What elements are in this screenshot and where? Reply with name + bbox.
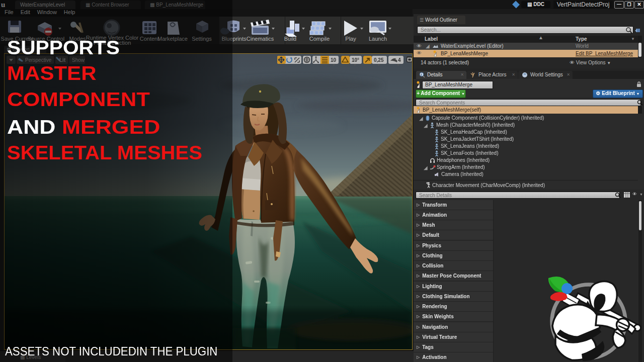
svg-text:10: 10 <box>331 57 337 63</box>
svg-text:10°: 10° <box>352 57 359 63</box>
svg-text:4: 4 <box>398 57 401 63</box>
svg-text:0,25: 0,25 <box>374 57 384 63</box>
